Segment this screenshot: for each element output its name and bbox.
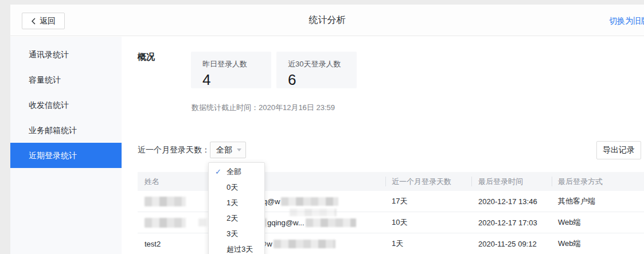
page-title: 统计分析 [10,5,644,36]
caret-down-icon [237,149,241,151]
cell-account: @w [252,233,385,254]
menu-option-over-3-days[interactable]: 超过3天 [209,241,264,254]
cell-last-login-method: Web端 [552,212,644,233]
column-header-last-login-time: 最后登录时间 [471,172,552,191]
cell-login-days: 17天 [385,191,471,212]
menu-option-1-day[interactable]: 1天 [209,195,264,210]
cell-login-days: 10天 [385,212,471,233]
overview-section-label: 概况 [138,52,155,62]
sidebar: 通讯录统计 容量统计 收发信统计 业务邮箱统计 近期登录统计 [10,37,122,254]
data-cutoff-note: 数据统计截止时间：2020年12月16日 23:59 [192,103,335,113]
sidebar-item-mail-send-receive-stats[interactable]: 收发信统计 [10,92,122,118]
account-fragment: gqing@w... [267,218,305,227]
redacted-patch [290,209,337,216]
redacted-name [145,197,186,206]
cell-login-days: 1天 [385,233,471,254]
login-days-filter-label: 近一个月登录天数： [138,142,210,158]
sidebar-item-capacity-stats[interactable]: 容量统计 [10,67,122,92]
sidebar-item-contacts-stats[interactable]: 通讯录统计 [10,42,122,67]
cell-last-login-time: 2020-11-25 09:12 [471,233,552,254]
menu-option-label: 0天 [227,183,238,192]
menu-option-label: 超过3天 [227,245,253,253]
login-days-dropdown-menu: ✓ 全部 0天 1天 2天 3天 超过3天 [208,162,265,254]
login-days-select[interactable]: 全部 [210,142,246,158]
stat-card-30day-logins: 近30天登录人数 6 [276,52,357,88]
stat-card-value: 6 [288,71,357,89]
menu-option-0-days[interactable]: 0天 [209,179,264,195]
column-header-last-login-method: 最后登录方式 [552,172,644,191]
cell-last-login-time: 2020-12-17 17:03 [471,212,552,233]
menu-option-label: 全部 [227,167,241,176]
menu-option-all[interactable]: ✓ 全部 [209,164,264,179]
redacted-name-extra [198,218,208,226]
stat-card-value: 4 [202,71,271,89]
menu-option-2-days[interactable]: 2天 [209,210,264,226]
stat-card-label: 近30天登录人数 [288,59,357,69]
stat-card-yesterday-logins: 昨日登录人数 4 [191,52,271,88]
statistics-analysis-page: 返回 统计分析 切换为旧版 通讯录统计 容量统计 收发信统计 业务邮箱统计 近期… [0,0,644,254]
panel-header: 返回 统计分析 切换为旧版 [10,5,644,36]
sidebar-item-recent-login-stats[interactable]: 近期登录统计 [10,143,122,168]
menu-option-label: 3天 [227,229,238,238]
redacted-name [145,218,186,228]
switch-to-old-version-link[interactable]: 切换为旧版 [609,16,644,26]
column-header-login-days: 近一个月登录天数 [385,172,471,191]
menu-option-3-days[interactable]: 3天 [209,226,264,241]
redacted-account [281,197,338,206]
redacted-account [306,218,356,227]
menu-option-label: 2天 [227,214,238,222]
check-icon: ✓ [215,164,221,179]
cell-last-login-method: 其他客户端 [552,191,644,212]
main-panel: 返回 统计分析 切换为旧版 通讯录统计 容量统计 收发信统计 业务邮箱统计 近期… [10,5,644,254]
login-days-select-value: 全部 [216,145,232,155]
column-header-account [252,172,385,191]
stat-card-label: 昨日登录人数 [202,59,271,69]
cell-last-login-time: 2020-12-17 13:46 [471,191,552,212]
menu-option-label: 1天 [227,198,238,207]
cell-last-login-method: Web端 [552,233,644,254]
redacted-account [274,240,335,248]
export-records-button[interactable]: 导出记录 [596,141,641,159]
sidebar-item-business-mailbox-stats[interactable]: 业务邮箱统计 [10,118,122,143]
